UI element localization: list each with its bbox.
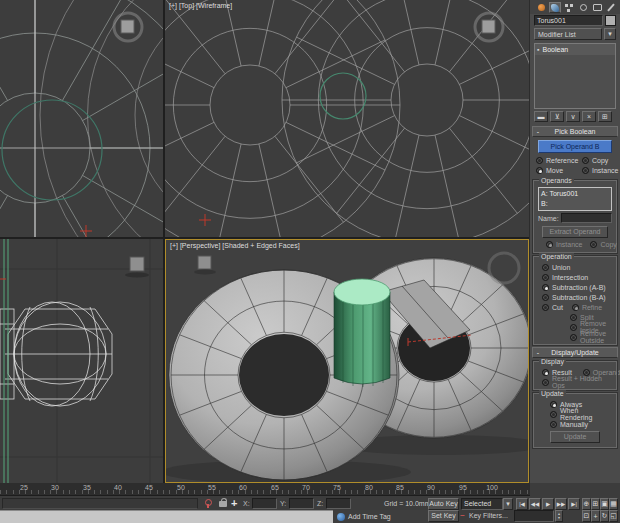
3ds-max-window: [+] [Top] [Wireframe] [0, 0, 620, 523]
operand-name-field[interactable] [561, 213, 612, 223]
radio-manually[interactable]: Manually [550, 420, 588, 429]
viewcube-icon[interactable] [114, 13, 142, 41]
radio-when-rendering[interactable]: When Rendering [550, 410, 612, 419]
selection-filter-arrow[interactable]: ▾ [503, 498, 513, 510]
viewport-label[interactable]: [+] [Perspective] [Shaded + Edged Faces] [170, 242, 300, 249]
stack-toolbar: ▬ ⊻ ∨ × ⊞ [530, 109, 620, 124]
utilities-tab[interactable] [605, 2, 617, 13]
zoom-all-button[interactable]: ⊞ [591, 498, 600, 510]
key-filters-button[interactable]: Key Filters... [469, 512, 508, 519]
y-coordinate-field[interactable] [289, 498, 314, 509]
radio-union[interactable]: Union [542, 263, 570, 272]
grid-status: Grid = 10.0mm [384, 500, 431, 507]
radio-result-hidden-ops[interactable]: Result + Hidden Ops [542, 378, 612, 387]
modify-tab[interactable] [549, 2, 561, 13]
radio-copy[interactable]: Copy [582, 156, 618, 165]
z-label: Z: [317, 500, 323, 507]
radio-intersection[interactable]: Intersection [542, 273, 588, 282]
go-to-start-button[interactable]: |◀ [516, 498, 528, 510]
motion-tab[interactable] [577, 2, 589, 13]
modifier-list-dropdown[interactable]: Modifier List [534, 28, 602, 40]
previous-frame-button[interactable]: ◀◀ [529, 498, 541, 510]
pin-stack-button[interactable]: ▬ [534, 111, 548, 122]
tick-label: 85 [390, 484, 410, 491]
tick-label: 45 [139, 484, 159, 491]
radio-cut[interactable]: Cut [542, 303, 563, 312]
pick-operand-b-button[interactable]: Pick Operand B [538, 140, 612, 153]
operand-a[interactable]: A: Torus001 [541, 189, 609, 199]
viewport-label[interactable]: [+] [Top] [Wireframe] [169, 2, 232, 9]
operation-group: Operation Union Intersection Subtraction… [533, 256, 617, 345]
play-button[interactable]: ▶ [542, 498, 554, 510]
radio-cut-refine[interactable]: Refine [572, 303, 602, 312]
show-end-result-button[interactable]: ⊻ [550, 111, 564, 122]
make-unique-button[interactable]: ∨ [566, 111, 580, 122]
radio-reference[interactable]: Reference [536, 156, 582, 165]
set-key-button[interactable]: Set Key [428, 510, 459, 522]
maximize-viewport-button[interactable]: ◱ [609, 510, 618, 522]
modifier-stack[interactable]: ▪ Boolean [534, 43, 616, 109]
operands-group: Operands A: Torus001 B: Name: Extract Op… [533, 180, 617, 253]
selection-lock-icon[interactable] [219, 501, 227, 507]
remove-modifier-button[interactable]: × [582, 111, 596, 122]
viewport-side[interactable] [0, 239, 163, 483]
command-panel-tabs [530, 0, 620, 14]
radio-subtraction-a-b[interactable]: Subtraction (A-B) [542, 283, 606, 292]
viewport-top[interactable]: [+] [Top] [Wireframe] [165, 0, 529, 237]
set-keys-icon[interactable] [205, 499, 211, 508]
maxscript-mini-listener[interactable] [0, 510, 333, 523]
frame-spinner[interactable]: ▴ ▾ [555, 510, 563, 522]
radio-extract-copy[interactable]: Copy [590, 240, 616, 249]
viewport-top-left[interactable] [0, 0, 163, 237]
zoom-extents-all-button[interactable]: ▦ [609, 498, 618, 510]
viewcube-icon[interactable] [475, 13, 503, 41]
object-name-field[interactable]: Torus001 [534, 15, 603, 26]
display-tab[interactable] [591, 2, 603, 13]
current-frame-field[interactable] [514, 510, 554, 522]
operands-list[interactable]: A: Torus001 B: [538, 187, 612, 211]
pan-button[interactable]: + [591, 510, 600, 522]
selection-filter-dropdown[interactable]: Selected [461, 498, 503, 510]
stack-item-boolean[interactable]: ▪ Boolean [535, 44, 615, 55]
viewport-perspective-active[interactable]: [+] [Perspective] [Shaded + Edged Faces] [165, 239, 529, 483]
radio-cut-remove-outside[interactable]: Remove Outside [570, 333, 612, 342]
tick-label: 90 [421, 484, 441, 491]
go-to-end-button[interactable]: ▶| [568, 498, 580, 510]
modifier-list-arrow[interactable]: ▾ [604, 28, 616, 40]
tick-label: 35 [77, 484, 97, 491]
timeline-ruler[interactable]: 25 30 35 40 45 50 55 60 65 70 75 80 85 9… [0, 483, 530, 496]
next-frame-button[interactable]: ▶▶ [555, 498, 567, 510]
zoom-region-button[interactable]: ⊡ [582, 510, 591, 522]
operand-b[interactable]: B: [541, 199, 609, 209]
configure-modifier-sets-button[interactable]: ⊞ [598, 111, 612, 122]
z-coordinate-field[interactable] [326, 498, 351, 509]
auto-key-button[interactable]: Auto Key [428, 498, 459, 510]
radio-instance[interactable]: Instance [582, 166, 618, 175]
radio-move[interactable]: Move [536, 166, 582, 175]
hierarchy-tab[interactable] [563, 2, 575, 13]
tick-label: 50 [171, 484, 191, 491]
create-tab[interactable] [535, 2, 547, 13]
radio-subtraction-b-a[interactable]: Subtraction (B-A) [542, 293, 606, 302]
zoom-extents-button[interactable]: ▣ [600, 498, 609, 510]
absolute-mode-icon[interactable]: + [231, 497, 237, 509]
zoom-button[interactable]: ⊕ [582, 498, 591, 510]
hierarchy-icon [565, 4, 568, 7]
x-coordinate-field[interactable] [252, 498, 277, 509]
pick-boolean-rollout-header[interactable]: - Pick Boolean [532, 126, 618, 137]
tick-label: 95 [453, 484, 473, 491]
viewcube-icon[interactable] [125, 257, 149, 278]
display-update-rollout-header[interactable]: - Display/Update [532, 347, 618, 358]
selected-cylinder[interactable] [334, 279, 390, 387]
add-time-tag[interactable]: Add Time Tag [333, 510, 430, 523]
orbit-button[interactable]: ↻ [600, 510, 609, 522]
bottom-bar: 25 30 35 40 45 50 55 60 65 70 75 80 85 9… [0, 483, 620, 523]
top-canvas [165, 0, 529, 237]
object-color-swatch[interactable] [605, 15, 616, 26]
tick-label: 75 [327, 484, 347, 491]
track-bar[interactable] [2, 498, 198, 509]
selected-cylinder-wire [320, 73, 366, 119]
extract-operand-button[interactable]: Extract Operand [542, 226, 608, 238]
update-button[interactable]: Update [550, 431, 600, 443]
radio-extract-instance[interactable]: Instance [546, 240, 582, 249]
